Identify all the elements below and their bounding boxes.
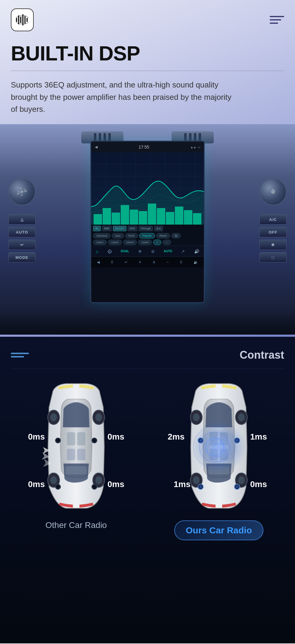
menu-button[interactable]: [270, 16, 284, 24]
user1-btn[interactable]: User1: [93, 240, 107, 245]
svg-point-6: [21, 191, 23, 193]
screen-bottom-bar: ◀ 0 ↵ ⇅ ⇶ ~ 0 🔉: [91, 256, 204, 267]
contrast-header: Contrast: [11, 349, 284, 361]
contrast-divider: [11, 369, 284, 369]
left-knob[interactable]: [8, 178, 36, 205]
classical-btn[interactable]: Classical: [93, 233, 110, 238]
svg-point-64: [236, 486, 238, 488]
defrost-button[interactable]: ❄: [259, 240, 287, 250]
our-car-view: 2ms 1ms 1ms 0ms: [177, 381, 261, 513]
dashboard-scene: △ AUTO ↩ MODE: [0, 124, 295, 335]
mode-button[interactable]: MODE: [8, 252, 36, 262]
fan-icon: [16, 186, 28, 198]
hero-description: Supports 36EQ adjustment, and the ultra-…: [0, 75, 247, 124]
other-car-view: 0ms 0ms 0ms 0ms: [34, 381, 118, 513]
return-icon[interactable]: ↵: [125, 260, 128, 264]
svg-point-41: [206, 438, 224, 456]
through-btn[interactable]: Through: [138, 226, 153, 231]
svg-point-28: [95, 413, 102, 421]
svg-point-56: [238, 476, 245, 484]
minus-preset-btn[interactable]: −: [163, 240, 171, 245]
srs-btn[interactable]: SRS: [128, 226, 138, 231]
svg-point-32: [95, 476, 102, 484]
bbe-btn[interactable]: BBE: [102, 226, 112, 231]
vol-down[interactable]: 🔉: [194, 260, 198, 264]
volume-icon[interactable]: 🔊: [194, 249, 199, 254]
menu-line-1: [270, 16, 284, 17]
menu-line-3: [270, 23, 278, 24]
home-nav-icon[interactable]: ⌂: [96, 249, 98, 254]
popular-btn[interactable]: Popular: [139, 233, 155, 238]
eq-bar: [130, 210, 138, 225]
fan-nav-icon[interactable]: ⊚: [151, 249, 155, 254]
svg-rect-5: [26, 18, 28, 22]
our-timing-top-left: 2ms: [168, 432, 185, 442]
ours-car-radio-button[interactable]: Ours Car Radio: [174, 520, 263, 540]
arrow-nav-icon[interactable]: ↗: [181, 249, 185, 254]
user5-btn[interactable]: User5: [138, 240, 152, 245]
contrast-line-2: [11, 356, 24, 357]
ac-button[interactable]: A/C: [259, 214, 287, 225]
eq-bars: [91, 201, 204, 225]
warning-button[interactable]: △: [8, 214, 36, 225]
auto-button[interactable]: AUTO: [8, 227, 36, 237]
user2-btn[interactable]: User2: [108, 240, 122, 245]
svg-rect-1: [18, 15, 19, 24]
dashboard-bottom-fade: [0, 311, 295, 335]
car-dashboard-image: △ AUTO ↩ MODE: [0, 124, 295, 335]
sound-waves-svg: [191, 423, 239, 471]
svg-rect-20: [67, 432, 75, 446]
signal-icon: ▲▲: [190, 146, 196, 149]
eq-bar: [94, 214, 102, 225]
right-knob[interactable]: [259, 178, 287, 205]
svg-point-62: [199, 486, 202, 488]
our-timing-top-right: 1ms: [250, 432, 267, 442]
effects-row: dts BBE DOLBY SRS Through ⊕⊖: [91, 225, 204, 232]
snowflake-nav-icon[interactable]: ❄: [138, 249, 142, 254]
status-icons: ▲▲ ▭: [190, 146, 200, 149]
other-car-item: 0ms 0ms 0ms 0ms: [11, 381, 141, 530]
temp-icon[interactable]: ~: [166, 260, 169, 264]
svg-point-50: [193, 413, 200, 421]
svg-point-38: [57, 486, 59, 488]
eq-bar: [112, 213, 120, 225]
temp-right: 0: [180, 260, 182, 264]
other-timing-bottom-right: 0ms: [107, 480, 124, 489]
hero-section: BUILT-IN DSP Supports 36EQ adjustment, a…: [0, 0, 295, 337]
back-nav[interactable]: ◀: [97, 260, 100, 264]
add-preset-btn[interactable]: +: [153, 240, 161, 245]
fan-mode-icon[interactable]: ⇶: [153, 261, 155, 264]
temp-left: 0: [111, 260, 113, 264]
dual-label: DUAL: [121, 250, 129, 253]
off-button[interactable]: OFF: [259, 227, 287, 237]
reset-btn[interactable]: Reset: [156, 233, 170, 238]
other-car-label: Other Car Radio: [45, 520, 107, 530]
eq-bar: [175, 207, 183, 225]
svg-rect-2: [20, 17, 21, 23]
left-controls: △ AUTO ↩ MODE: [8, 178, 36, 262]
logo: [11, 8, 34, 31]
power-icon-btn[interactable]: ⏻: [171, 233, 181, 238]
dts-btn[interactable]: dts: [93, 226, 101, 231]
our-car-item: 2ms 1ms 1ms 0ms: [154, 381, 284, 540]
fan-dir-icon[interactable]: ⇅: [139, 261, 141, 264]
eq-bar: [193, 213, 201, 225]
svg-rect-24: [66, 466, 87, 475]
screen-status-bar: ◀ 17:55 ▲▲ ▭: [91, 142, 204, 152]
effect-6-btn[interactable]: ⊕⊖: [154, 226, 163, 231]
user3-btn[interactable]: User3: [123, 240, 137, 245]
dolby-btn[interactable]: DOLBY: [113, 226, 126, 231]
other-timing-top-left: 0ms: [28, 432, 45, 442]
power-nav-icon[interactable]: ⏻: [107, 249, 112, 254]
jazz-btn[interactable]: Jazz: [112, 233, 124, 238]
other-timing-top-right: 0ms: [107, 432, 124, 442]
svg-point-36: [93, 439, 96, 442]
center-infotainment-screen[interactable]: ◀ 17:55 ▲▲ ▭: [90, 141, 205, 303]
wifi-icon: ▭: [197, 146, 200, 149]
menu-line-2: [270, 19, 281, 20]
rear-button[interactable]: □: [259, 252, 287, 262]
recirculate-button[interactable]: ↩: [8, 240, 36, 250]
svg-point-40: [93, 486, 96, 488]
other-car-svg: [34, 381, 118, 513]
rock-btn[interactable]: Rock: [125, 233, 138, 238]
